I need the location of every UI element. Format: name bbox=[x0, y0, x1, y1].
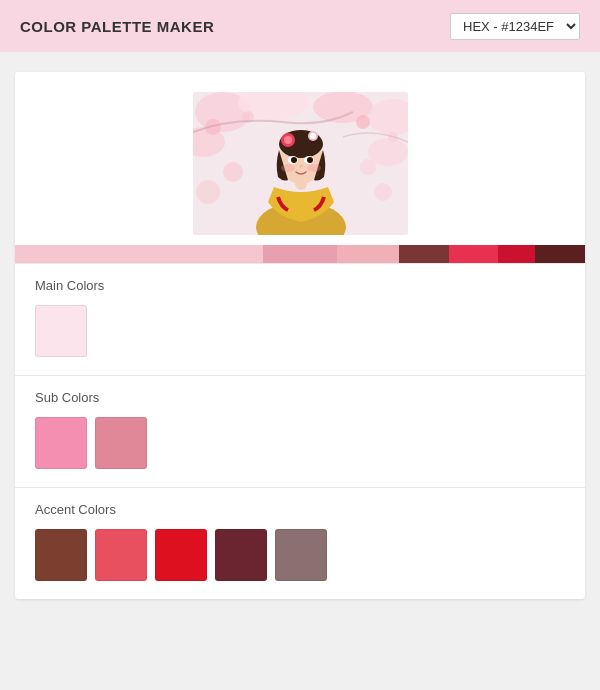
accent-color-swatch-1[interactable] bbox=[35, 529, 87, 581]
main-card: Main Colors Sub Colors Accent Colors bbox=[15, 72, 585, 599]
strip-segment-7 bbox=[535, 245, 585, 263]
sub-colors-label: Sub Colors bbox=[35, 390, 565, 405]
svg-point-22 bbox=[307, 157, 313, 163]
svg-point-18 bbox=[310, 133, 316, 139]
main-color-swatch-1[interactable] bbox=[35, 305, 87, 357]
strip-segment-1 bbox=[15, 245, 263, 263]
main-colors-label: Main Colors bbox=[35, 278, 565, 293]
header: COLOR PALETTE MAKER HEX - #1234EFRGBHSL bbox=[0, 0, 600, 52]
svg-point-16 bbox=[284, 136, 292, 144]
accent-colors-swatches bbox=[35, 529, 565, 581]
strip-segment-2 bbox=[263, 245, 337, 263]
strip-segment-4 bbox=[399, 245, 449, 263]
accent-colors-label: Accent Colors bbox=[35, 502, 565, 517]
svg-point-24 bbox=[281, 164, 295, 172]
strip-segment-6 bbox=[498, 245, 535, 263]
svg-point-29 bbox=[374, 183, 392, 201]
accent-color-swatch-2[interactable] bbox=[95, 529, 147, 581]
sub-colors-section: Sub Colors bbox=[15, 375, 585, 487]
app-title: COLOR PALETTE MAKER bbox=[20, 18, 214, 35]
main-colors-swatches bbox=[35, 305, 565, 357]
svg-point-21 bbox=[291, 157, 297, 163]
sub-colors-swatches bbox=[35, 417, 565, 469]
strip-segment-5 bbox=[449, 245, 499, 263]
hex-format-select[interactable]: HEX - #1234EFRGBHSL bbox=[450, 13, 580, 40]
accent-color-swatch-5[interactable] bbox=[275, 529, 327, 581]
accent-color-swatch-3[interactable] bbox=[155, 529, 207, 581]
svg-point-27 bbox=[360, 159, 376, 175]
sub-color-swatch-1[interactable] bbox=[35, 417, 87, 469]
photo-svg bbox=[193, 92, 408, 235]
accent-colors-section: Accent Colors bbox=[15, 487, 585, 599]
accent-color-swatch-4[interactable] bbox=[215, 529, 267, 581]
sub-color-swatch-2[interactable] bbox=[95, 417, 147, 469]
main-colors-section: Main Colors bbox=[15, 263, 585, 375]
svg-point-25 bbox=[307, 164, 321, 172]
svg-point-9 bbox=[356, 115, 370, 129]
color-strip bbox=[15, 245, 585, 263]
image-area bbox=[15, 72, 585, 245]
strip-segment-3 bbox=[337, 245, 399, 263]
svg-point-28 bbox=[196, 180, 220, 204]
photo-display bbox=[193, 92, 408, 235]
svg-point-23 bbox=[299, 165, 303, 168]
svg-point-26 bbox=[223, 162, 243, 182]
